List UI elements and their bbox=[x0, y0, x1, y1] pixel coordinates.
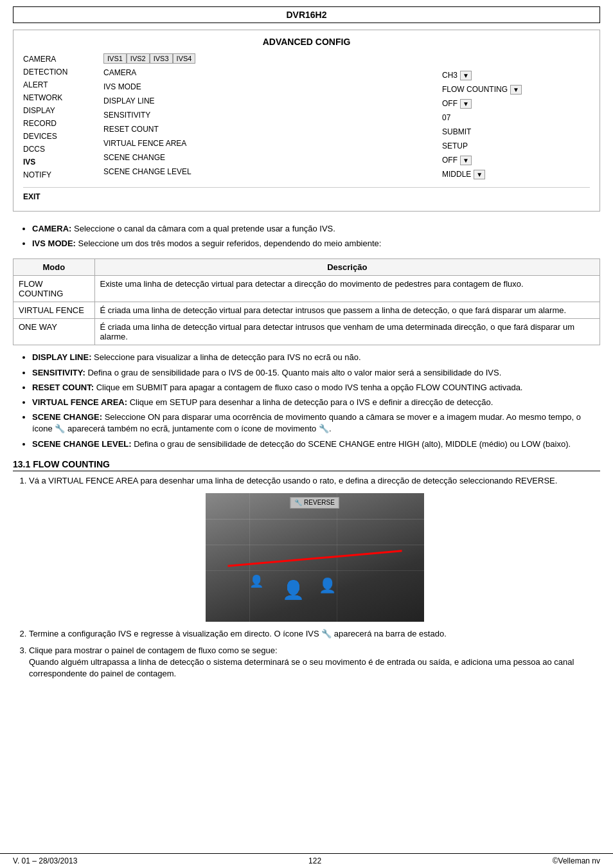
left-menu: CAMERA DETECTION ALERT NETWORK DISPLAY R… bbox=[23, 53, 100, 181]
bullet-ivs-mode: IVS MODE: Seleccione um dos três modos a… bbox=[32, 238, 600, 249]
value-virtual-fence: SETUP bbox=[442, 140, 590, 152]
row-ivs-mode: IVS MODE bbox=[103, 80, 442, 93]
advanced-config-title: ADVANCED CONFIG bbox=[23, 37, 590, 47]
tab-ivs1[interactable]: IVS1 bbox=[103, 53, 127, 64]
sidebar-item-detection[interactable]: DETECTION bbox=[23, 66, 100, 78]
table-row-flow: FLOW COUNTING Existe uma linha de detecç… bbox=[13, 276, 600, 302]
bullet-display-line: DISPLAY LINE: Seleccione para visualizar… bbox=[32, 352, 600, 363]
sidebar-item-dccs[interactable]: DCCS bbox=[23, 143, 100, 155]
step-2: Termine a configuração IVS e regresse à … bbox=[29, 628, 600, 640]
sidebar-item-alert[interactable]: ALERT bbox=[23, 79, 100, 91]
footer-version: V. 01 – 28/03/2013 bbox=[13, 856, 77, 865]
bullets-section-2: DISPLAY LINE: Seleccione para visualizar… bbox=[13, 352, 600, 449]
dropdown-scene-change-level[interactable]: ▼ bbox=[474, 170, 485, 179]
value-scene-change-level: MIDDLE ▼ bbox=[442, 168, 590, 181]
page-footer: V. 01 – 28/03/2013 122 ©Velleman nv bbox=[0, 853, 613, 868]
footer-page-number: 122 bbox=[308, 856, 321, 865]
camera-tabs: IVS1 IVS2 IVS3 IVS4 bbox=[103, 53, 442, 64]
page-title: DVR16H2 bbox=[13, 6, 600, 23]
row-camera: CAMERA bbox=[103, 66, 442, 79]
bullet-sensitivity: SENSITIVITY: Defina o grau de sensibilid… bbox=[32, 367, 600, 379]
row-reset-count: RESET COUNT bbox=[103, 123, 442, 136]
dropdown-display-line[interactable]: ▼ bbox=[460, 99, 472, 109]
config-right-col: CH3 ▼ FLOW COUNTING ▼ OFF ▼ 07 bbox=[442, 53, 590, 181]
sidebar-item-camera[interactable]: CAMERA bbox=[23, 53, 100, 65]
sidebar-item-network[interactable]: NETWORK bbox=[23, 92, 100, 104]
dropdown-camera[interactable]: ▼ bbox=[460, 71, 472, 80]
advanced-config-box: ADVANCED CONFIG CAMERA DETECTION ALERT N… bbox=[13, 30, 600, 212]
flow-counting-value: FLOW COUNTING bbox=[442, 85, 508, 94]
row-display-line: DISPLAY LINE bbox=[103, 95, 442, 107]
desc-oneway: É criada uma linha de detecção virtual p… bbox=[94, 319, 600, 345]
bullet-camera: CAMERA: Seleccione o canal da câmara com… bbox=[32, 223, 600, 235]
sidebar-item-ivs[interactable]: IVS bbox=[23, 156, 100, 168]
wrench-icon-2: 🔧 bbox=[319, 423, 329, 435]
row-scene-change: SCENE CHANGE bbox=[103, 151, 442, 164]
tab-ivs4[interactable]: IVS4 bbox=[173, 53, 196, 64]
config-mid-col: IVS1 IVS2 IVS3 IVS4 CAMERA IVS MODE DISP… bbox=[100, 53, 442, 181]
value-camera: CH3 ▼ bbox=[442, 69, 590, 82]
reverse-icon: 🔧 bbox=[294, 498, 302, 507]
step-1: Vá a VIRTUAL FENCE AREA para desenhar um… bbox=[29, 475, 600, 622]
table-row-oneway: ONE WAY É criada uma linha de detecção v… bbox=[13, 319, 600, 345]
tab-ivs2[interactable]: IVS2 bbox=[127, 53, 150, 64]
bullet-virtual-fence-area: VIRTUAL FENCE AREA: Clique em SETUP para… bbox=[32, 397, 600, 408]
desc-flow: Existe uma linha de detecção virtual par… bbox=[94, 276, 600, 302]
dropdown-ivs-mode[interactable]: ▼ bbox=[510, 85, 522, 95]
table-row-virtual: VIRTUAL FENCE É criada uma linha de dete… bbox=[13, 302, 600, 319]
ivs-icon: 🔧 bbox=[321, 628, 332, 640]
reverse-button[interactable]: 🔧 REVERSE bbox=[290, 497, 339, 509]
value-display-line: OFF ▼ bbox=[442, 97, 590, 110]
sidebar-item-display[interactable]: DISPLAY bbox=[23, 105, 100, 116]
bullet-scene-change: SCENE CHANGE: Seleccione ON para dispara… bbox=[32, 411, 600, 435]
value-sensitivity: 07 bbox=[442, 111, 590, 124]
row-virtual-fence: VIRTUAL FENCE AREA bbox=[103, 137, 442, 150]
sidebar-item-devices[interactable]: DEVICES bbox=[23, 131, 100, 142]
footer-copyright: ©Velleman nv bbox=[553, 856, 600, 865]
sidebar-item-notify[interactable]: NOTIFY bbox=[23, 169, 100, 181]
bullets-section-1: CAMERA: Seleccione o canal da câmara com… bbox=[13, 223, 600, 249]
row-scene-change-level: SCENE CHANGE LEVEL bbox=[103, 165, 442, 178]
value-scene-change: OFF ▼ bbox=[442, 154, 590, 167]
value-ivs-mode: FLOW COUNTING ▼ bbox=[442, 83, 590, 96]
mode-flow: FLOW COUNTING bbox=[13, 276, 95, 302]
row-sensitivity: SENSITIVITY bbox=[103, 109, 442, 122]
dropdown-scene-change[interactable]: ▼ bbox=[460, 156, 472, 165]
tab-ivs3[interactable]: IVS3 bbox=[150, 53, 173, 64]
screenshot-image: 👤 👤 👤 🔧 REVERSE bbox=[206, 493, 424, 622]
desc-virtual: É criada uma linha de detecção virtual p… bbox=[94, 302, 600, 319]
value-reset-count: SUBMIT bbox=[442, 125, 590, 138]
exit-button[interactable]: EXIT bbox=[23, 192, 40, 201]
step-3: Clique para mostrar o painel de contagem… bbox=[29, 645, 600, 680]
steps-list: Vá a VIRTUAL FENCE AREA para desenhar um… bbox=[13, 475, 600, 680]
mode-oneway: ONE WAY bbox=[13, 319, 95, 345]
modes-table: Modo Descrição FLOW COUNTING Existe uma … bbox=[13, 258, 600, 345]
table-header-mode: Modo bbox=[13, 259, 95, 276]
section-13-1-heading: 13.1 FLOW COUNTING bbox=[13, 459, 600, 471]
wrench-icon-1: 🔧 bbox=[55, 423, 65, 435]
bullet-reset-count: RESET COUNT: Clique em SUBMIT para apaga… bbox=[32, 382, 600, 393]
bullet-scene-change-level: SCENE CHANGE LEVEL: Defina o grau de sen… bbox=[32, 439, 600, 450]
table-header-desc: Descrição bbox=[94, 259, 600, 276]
mode-virtual: VIRTUAL FENCE bbox=[13, 302, 95, 319]
sidebar-item-record[interactable]: RECORD bbox=[23, 118, 100, 129]
